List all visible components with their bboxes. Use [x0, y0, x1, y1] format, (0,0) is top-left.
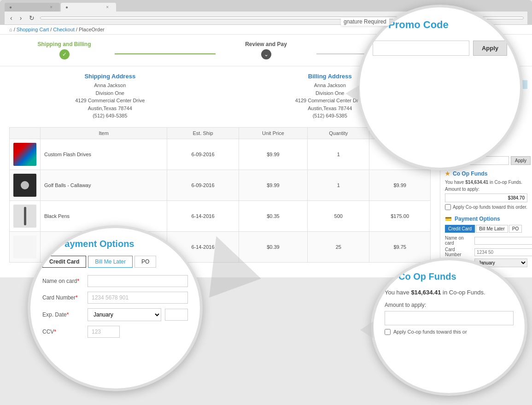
- step-complete-label: Order Complete: [447, 41, 489, 47]
- coop-title: ★ Co Op Funds: [445, 170, 527, 177]
- tab-bill-me-later[interactable]: Bill Me Later: [476, 225, 508, 233]
- payment-section: 💳 Payment Options Credit Card Bill Me La…: [445, 216, 527, 267]
- col-item-name: Item: [41, 127, 167, 139]
- popup-form-exp-row: Exp. Date* January February March April …: [42, 308, 188, 321]
- radio-ups-input[interactable]: [445, 113, 451, 119]
- item-ship-3: 6-14-2016: [167, 200, 239, 231]
- coop-popup-checkbox[interactable]: [385, 329, 391, 335]
- radio-overnight-label: Best Way - Overnight: [453, 100, 497, 105]
- left-content: Shipping Address Anna Jackson Division O…: [0, 66, 440, 277]
- item-subtotal-2: $9.99: [369, 170, 431, 200]
- item-ship-2: 6-09-2016: [167, 170, 239, 200]
- nav-bar: ‹ › ↻: [5, 12, 527, 25]
- item-image-4: [10, 231, 41, 262]
- star-icon: ★: [445, 170, 450, 177]
- popup-exp-month-select[interactable]: January February March April May June Ju…: [88, 308, 161, 321]
- apply-button[interactable]: Apply: [511, 156, 531, 165]
- signature-required[interactable]: Signature Required: [445, 135, 527, 141]
- sig-label: Signature Required: [453, 136, 492, 141]
- radio-overnight-input[interactable]: [445, 99, 451, 105]
- coop-popup-checkbox-row[interactable]: Apply Co-op funds toward this or: [385, 329, 514, 335]
- col-quantity: Quantity: [308, 127, 369, 139]
- radio-truck-input[interactable]: [445, 120, 451, 126]
- radio-fedex-input[interactable]: [445, 106, 451, 112]
- popup-exp-year[interactable]: [165, 309, 188, 321]
- back-button[interactable]: ‹: [8, 13, 14, 23]
- breadcrumb-placeorder: PlaceOrder: [79, 27, 105, 32]
- coop-checkbox-label: Apply Co-op funds toward this order.: [453, 205, 527, 210]
- billing-address-company: Division One: [229, 89, 431, 97]
- item-subtotal-4: $9.75: [369, 231, 431, 262]
- addresses-section: Shipping Address Anna Jackson Division O…: [9, 73, 431, 120]
- coop-checkbox[interactable]: [445, 204, 451, 210]
- coop-amount-input[interactable]: [445, 194, 527, 202]
- item-name-4: [41, 231, 167, 262]
- promo-title: 🏷 Promo Code: [445, 147, 527, 153]
- popup-card-label: Card Number*: [42, 294, 84, 301]
- item-qty-3: 500: [308, 200, 369, 231]
- form-card-input[interactable]: [474, 248, 532, 256]
- shipping-address-name: Anna Jackson: [9, 82, 211, 89]
- coop-popup: ★ Co Op Funds You have $14,634.41 in Co-…: [371, 258, 527, 396]
- tabs-row: ● × ● ×: [5, 3, 527, 12]
- tab-credit-card[interactable]: Credit Card: [445, 225, 475, 233]
- credit-card-icon: 💳: [445, 216, 452, 222]
- form-name-label: Name on card: [445, 235, 473, 246]
- coop-popup-amount-input[interactable]: [385, 311, 514, 325]
- tab-2-close[interactable]: ×: [106, 5, 109, 10]
- tab-1[interactable]: ● ×: [5, 3, 60, 12]
- col-est-ship: Est. Ship: [167, 127, 239, 139]
- popup-exp-label: Exp. Date*: [42, 311, 84, 318]
- shipping-options-title: 🚚 Shipping Options: [445, 71, 527, 77]
- tab-1-close[interactable]: ×: [50, 5, 53, 10]
- item-image-3: [10, 200, 41, 231]
- billing-address-title: Billing Address: [229, 73, 431, 80]
- address-bar[interactable]: [40, 17, 524, 19]
- browser-chrome: ● × ● × ‹ › ↻: [0, 0, 532, 25]
- refresh-button[interactable]: ↻: [27, 13, 36, 23]
- step-review-icon: ⌄: [261, 49, 271, 59]
- shipping-address-city: Austin,Texas 78744: [9, 105, 211, 112]
- shipping-address-title: Shipping Address: [9, 73, 211, 80]
- radio-overnight[interactable]: Best Way - Overnight: [445, 99, 527, 105]
- forward-button[interactable]: ›: [18, 13, 24, 23]
- form-exp-month[interactable]: January: [474, 258, 527, 267]
- item-price-4: $0.39: [239, 231, 308, 262]
- item-price-1: $9.99: [239, 139, 308, 170]
- breadcrumb-home[interactable]: ⌂: [9, 27, 12, 32]
- billing-address-block: Billing Address Anna Jackson Division On…: [229, 73, 431, 120]
- carrier-choose-label: Choose your preferred carrier: [445, 92, 527, 97]
- right-sidebar: 🚚 Shipping Options SAMPLE CARRIER Choose…: [440, 66, 532, 277]
- progress-section: Shipping and Billing ✓ Review and Pay ⌄ …: [0, 35, 532, 66]
- coop-apply-label: Amount to apply:: [445, 187, 527, 192]
- table-row: Black Pens 6-14-2016 $0.35 500 $175.00: [10, 200, 431, 231]
- item-name-2: Golf Balls - Callaway: [41, 170, 167, 200]
- billing-address-street: 4129 Commercial Center Drive: [229, 97, 431, 105]
- radio-truck-label: Your Truck - Flat Rate: [453, 120, 497, 125]
- radio-ups[interactable]: UPS Ground: [445, 113, 527, 119]
- carrier-button[interactable]: SAMPLE CARRIER: [445, 80, 527, 89]
- breadcrumb-checkout[interactable]: Checkout: [53, 27, 74, 32]
- tab-2-label: ●: [65, 5, 68, 10]
- coop-checkbox-row[interactable]: Apply Co-op funds toward this order.: [445, 204, 527, 210]
- radio-fedex[interactable]: FedEx - Ground: [445, 106, 527, 112]
- popup-card-input[interactable]: [88, 292, 188, 304]
- radio-truck[interactable]: Your Truck - Flat Rate: [445, 120, 527, 126]
- tab-2[interactable]: ● ×: [61, 3, 116, 12]
- shipping-address-phone: (512) 649-5385: [9, 112, 211, 120]
- tab-po[interactable]: PO: [509, 225, 522, 233]
- col-item-img: [10, 127, 41, 139]
- popup-form-card-row: Card Number*: [42, 292, 188, 304]
- sig-checkbox[interactable]: [445, 135, 451, 141]
- popup-ccv-input[interactable]: [88, 326, 120, 338]
- coop-section: ★ Co Op Funds You have $14,634.41 in Co-…: [445, 170, 527, 210]
- popup-ccv-label: CCV*: [42, 329, 84, 335]
- col-subtotal: Subtotal: [369, 127, 431, 139]
- shipping-address-street: 4129 Commercial Center Drive: [9, 97, 211, 105]
- breadcrumb-cart[interactable]: Shopping Cart: [17, 27, 49, 32]
- breadcrumb: ⌂ / Shopping Cart / Checkout / PlaceOrde…: [0, 25, 532, 35]
- shipping-address-block: Shipping Address Anna Jackson Division O…: [9, 73, 211, 120]
- form-card-label: Card Number: [445, 247, 473, 257]
- promo-input[interactable]: [445, 156, 509, 165]
- form-name-input[interactable]: [474, 237, 532, 245]
